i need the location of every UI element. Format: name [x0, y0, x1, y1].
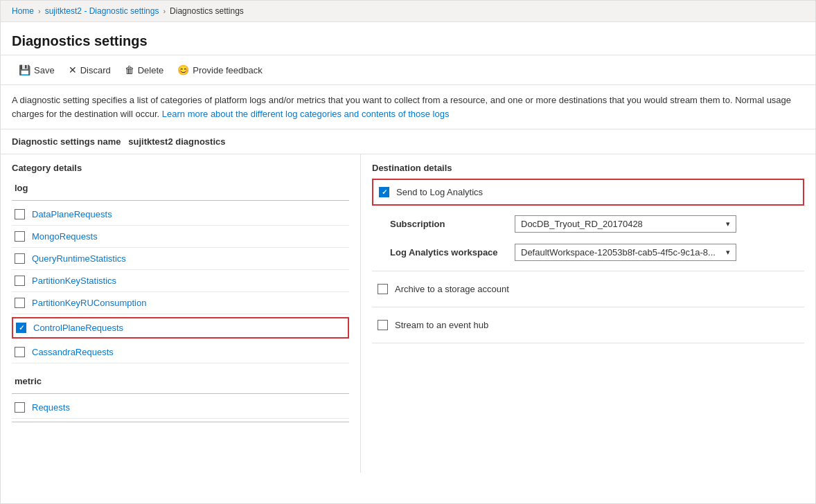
checkbox-queryruntimestatistics[interactable] [15, 253, 25, 264]
category-item-partitionkeyrucons: PartitionKeyRUConsumption [12, 292, 349, 314]
subscription-label: Subscription [390, 219, 508, 229]
destination-details-panel: Destination details Send to Log Analytic… [361, 154, 815, 473]
metric-section-label: metric [12, 372, 349, 390]
category-details-panel: Category details log DataPlaneRequests M… [1, 154, 361, 473]
breadcrumb-home[interactable]: Home [12, 6, 34, 16]
learn-more-link[interactable]: Learn more about the different log categ… [162, 109, 450, 119]
page-header: Diagnostics settings [1, 22, 815, 55]
label-queryruntimestatistics[interactable]: QueryRuntimeStatistics [32, 253, 126, 264]
label-send-log-analytics[interactable]: Send to Log Analytics [396, 187, 483, 197]
workspace-row: Log Analytics workspace DefaultWorkspace… [390, 240, 804, 265]
category-item-queryruntimestatistics: QueryRuntimeStatistics [12, 248, 349, 270]
subscription-chevron-icon: ▾ [726, 219, 730, 228]
workspace-chevron-icon: ▾ [726, 248, 730, 257]
log-section-label: log [12, 179, 349, 197]
label-partitionkeyrucons[interactable]: PartitionKeyRUConsumption [32, 298, 146, 308]
category-item-requests: Requests [12, 397, 349, 419]
description-block: A diagnostic setting specifies a list of… [1, 85, 815, 129]
subscription-select[interactable]: DocDB_Tryout_RD_20170428 ▾ [515, 215, 736, 233]
subscription-value: DocDB_Tryout_RD_20170428 [521, 219, 643, 229]
destination-send-to-log-analytics: Send to Log Analytics [372, 179, 804, 206]
label-stream-event-hub[interactable]: Stream to an event hub [395, 320, 488, 330]
destination-divider-2 [372, 307, 804, 307]
save-button[interactable]: 💾 Save [12, 61, 62, 79]
save-icon: 💾 [19, 64, 30, 75]
label-partitionkeystatistics[interactable]: PartitionKeyStatistics [32, 276, 116, 286]
metric-bottom-sep [12, 422, 349, 422]
label-dataplainerequests[interactable]: DataPlaneRequests [32, 209, 112, 219]
category-item-dataplainerequests: DataPlaneRequests [12, 204, 349, 226]
checkbox-archive-storage[interactable] [378, 284, 388, 294]
label-cassandrarequests[interactable]: CassandraRequests [32, 347, 114, 357]
checkbox-partitionkeyrucons[interactable] [15, 298, 25, 308]
destination-divider-3 [372, 343, 804, 343]
discard-icon: ✕ [69, 64, 77, 75]
breadcrumb-current: Diagnostics settings [170, 6, 244, 16]
category-item-controlplanerequests: ControlPlaneRequests [12, 317, 349, 339]
feedback-icon: 😊 [177, 64, 189, 75]
two-col-layout: Category details log DataPlaneRequests M… [1, 154, 815, 473]
workspace-select[interactable]: DefaultWorkspace-12053b8f-cab5-4f5c-9c1a… [515, 244, 736, 261]
breadcrumb-sep-1: › [38, 7, 41, 15]
workspace-value: DefaultWorkspace-12053b8f-cab5-4f5c-9c1a… [521, 247, 716, 258]
category-details-title: Category details [12, 163, 349, 173]
log-section-sep [12, 200, 349, 201]
page-title: Diagnostics settings [12, 33, 804, 49]
checkbox-send-log-analytics[interactable] [379, 187, 389, 197]
destination-divider-1 [372, 271, 804, 271]
feedback-button[interactable]: 😊 Provide feedback [170, 61, 269, 79]
save-label: Save [34, 65, 55, 75]
label-controlplanerequests[interactable]: ControlPlaneRequests [33, 323, 123, 333]
checkbox-partitionkeystatistics[interactable] [15, 276, 25, 286]
workspace-label: Log Analytics workspace [390, 247, 508, 258]
diag-name-row: Diagnostic settings name sujitktest2 dia… [1, 129, 815, 154]
delete-button[interactable]: 🗑 Delete [118, 61, 171, 79]
breadcrumb-sep-2: › [163, 7, 166, 15]
discard-label: Discard [80, 65, 111, 75]
subscription-row: Subscription DocDB_Tryout_RD_20170428 ▾ [390, 211, 804, 237]
category-item-mongorequests: MongoRequests [12, 226, 349, 248]
delete-label: Delete [138, 65, 164, 75]
label-requests[interactable]: Requests [32, 402, 70, 413]
category-item-partitionkeystatistics: PartitionKeyStatistics [12, 270, 349, 292]
checkbox-mongorequests[interactable] [15, 231, 25, 242]
checkbox-controlplanerequests[interactable] [16, 323, 26, 333]
diag-name-value: sujitktest2 diagnostics [128, 136, 225, 147]
destination-archive-storage: Archive to a storage account [372, 277, 804, 301]
diag-name-label: Diagnostic settings name [12, 136, 121, 147]
destination-stream-event-hub: Stream to an event hub [372, 313, 804, 337]
label-archive-storage[interactable]: Archive to a storage account [395, 284, 509, 294]
checkbox-dataplainerequests[interactable] [15, 209, 25, 219]
breadcrumb-parent[interactable]: sujitktest2 - Diagnostic settings [45, 6, 159, 16]
label-mongorequests[interactable]: MongoRequests [32, 231, 98, 242]
breadcrumb: Home › sujitktest2 - Diagnostic settings… [1, 1, 815, 22]
category-item-cassandrarequests: CassandraRequests [12, 341, 349, 363]
discard-button[interactable]: ✕ Discard [62, 61, 118, 79]
metric-section-sep [12, 393, 349, 394]
checkbox-requests[interactable] [15, 402, 25, 413]
checkbox-cassandrarequests[interactable] [15, 347, 25, 357]
feedback-label: Provide feedback [193, 65, 262, 75]
checkbox-stream-event-hub[interactable] [378, 320, 388, 330]
delete-icon: 🗑 [125, 64, 134, 75]
toolbar: 💾 Save ✕ Discard 🗑 Delete 😊 Provide feed… [1, 55, 815, 85]
destination-details-title: Destination details [372, 163, 804, 173]
